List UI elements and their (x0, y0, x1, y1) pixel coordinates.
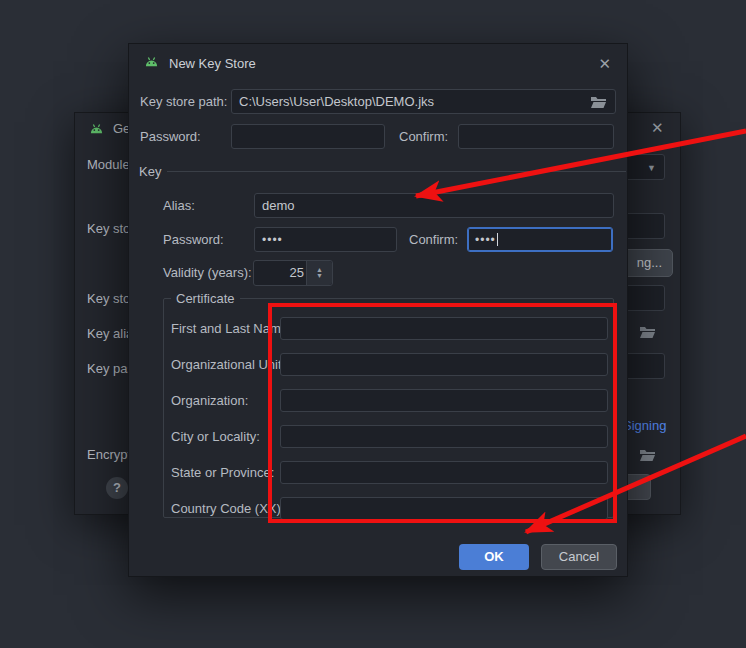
first-last-name-label: First and Last Name: (171, 321, 292, 336)
organization-label: Organization: (171, 393, 248, 408)
key-store-path-value: C:\Users\User\Desktop\DEMO.jks (239, 94, 434, 109)
organizational-unit-field[interactable] (280, 353, 608, 376)
validity-label: Validity (years): (163, 265, 252, 280)
ok-button[interactable]: OK (459, 544, 529, 570)
organizational-unit-label: Organizational Unit: (171, 357, 285, 372)
spinner-arrows[interactable]: ▲ ▼ (306, 261, 332, 285)
close-icon[interactable]: ✕ (598, 55, 611, 73)
key-password-field[interactable]: •••• (254, 227, 397, 252)
certificate-group: Certificate First and Last Name: Organiz… (163, 298, 614, 518)
bg-label-module: Module (87, 157, 130, 172)
folder-icon[interactable] (633, 443, 661, 467)
key-confirm-value: •••• (475, 233, 496, 247)
text-caret (497, 233, 498, 246)
store-password-field[interactable] (231, 124, 385, 149)
key-section-label: Key (139, 164, 161, 179)
dialog-titlebar: New Key Store ✕ (129, 44, 627, 82)
alias-label: Alias: (163, 198, 195, 213)
alias-value: demo (262, 198, 295, 213)
folder-icon[interactable] (590, 96, 607, 112)
key-store-path-field[interactable]: C:\Users\User\Desktop\DEMO.jks (231, 89, 616, 114)
key-password-value: •••• (262, 233, 283, 247)
state-province-field[interactable] (280, 461, 608, 484)
country-code-field[interactable] (280, 497, 608, 520)
desktop-background: Ge ✕ Module Key stor Key stor Key alia K… (0, 0, 746, 648)
folder-icon[interactable] (633, 320, 661, 344)
android-icon (144, 55, 159, 70)
certificate-group-label: Certificate (171, 291, 240, 306)
store-confirm-field[interactable] (458, 124, 614, 149)
bg-label-key-password: Key pas (87, 361, 134, 376)
spinner-down-icon[interactable]: ▼ (316, 273, 323, 279)
key-section-divider (167, 171, 626, 172)
new-key-store-dialog: New Key Store ✕ Key store path: C:\Users… (128, 43, 628, 577)
dialog-title: New Key Store (169, 56, 256, 71)
key-confirm-label: Confirm: (409, 232, 458, 247)
alias-field[interactable]: demo (254, 193, 614, 218)
key-password-label: Password: (163, 232, 224, 247)
chevron-down-icon: ▼ (647, 163, 656, 173)
key-confirm-field[interactable]: •••• (467, 227, 613, 252)
city-locality-field[interactable] (280, 425, 608, 448)
key-store-path-label: Key store path: (140, 94, 227, 109)
cancel-button[interactable]: Cancel (541, 544, 617, 570)
bg-label-key-alias: Key alia (87, 326, 133, 341)
close-icon[interactable]: ✕ (651, 119, 664, 137)
city-locality-label: City or Locality: (171, 429, 260, 444)
android-icon (89, 122, 104, 137)
help-button[interactable]: ? (106, 477, 128, 499)
bg-label-encrypted-key: Encrypt (87, 447, 131, 462)
store-confirm-label: Confirm: (399, 129, 448, 144)
country-code-label: Country Code (XX): (171, 501, 284, 516)
app-signing-link[interactable]: Signing (623, 418, 666, 433)
store-password-label: Password: (140, 129, 201, 144)
organization-field[interactable] (280, 389, 608, 412)
state-province-label: State or Province: (171, 465, 274, 480)
validity-spinner[interactable]: 25 ▲ ▼ (253, 260, 333, 286)
first-last-name-field[interactable] (280, 317, 608, 340)
validity-value: 25 (254, 265, 304, 280)
